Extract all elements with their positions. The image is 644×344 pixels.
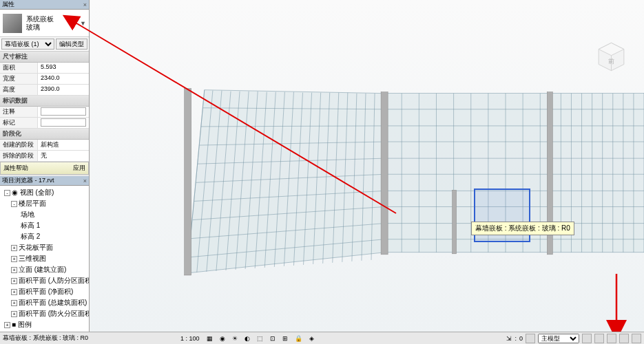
tree-ceiling[interactable]: +天花板平面 [1,242,87,253]
svg-rect-61 [453,190,457,253]
shadow-icon[interactable]: ◐ [242,334,253,343]
building-model [90,0,644,332]
help-link[interactable]: 属性帮助 [3,164,28,173]
tree-level1[interactable]: 标高 1 [1,220,87,231]
tree-root[interactable]: -◉ 视图 (全部) [1,187,87,198]
tree-level2[interactable]: 标高 2 [1,231,87,242]
chevron-down-icon[interactable]: ▼ [80,20,86,27]
tree-area3[interactable]: +面积平面 (总建筑面积) [1,297,87,308]
svg-rect-59 [185,89,191,275]
apply-button[interactable]: 应用 [73,164,85,173]
status-left-text: 幕墙嵌板 : 系统嵌板 : 玻璃 : R0 [3,334,88,343]
prop-phase-demolished: 拆除的阶段无 [0,151,89,162]
selection-tooltip: 幕墙嵌板 : 系统嵌板 : 玻璃 : R0 [471,222,574,235]
browser-header: 项目浏览器 - 17.rvt × [0,176,89,186]
tree-3d[interactable]: +三维视图 [1,253,87,264]
tree-elevation[interactable]: +立面 (建筑立面) [1,264,87,275]
cat-identity[interactable]: 标识数据 [0,96,89,107]
instance-select[interactable]: 幕墙嵌板 (1) [1,39,54,50]
comment-input[interactable] [41,107,86,116]
type-row: 幕墙嵌板 (1) 编辑类型 [0,37,89,52]
viewcube-front: 前 [608,58,614,65]
close-icon[interactable]: × [83,178,87,184]
cat-phasing[interactable]: 阶段化 [0,129,89,140]
right-controls: ⇲ : 0 主模型 [506,334,641,343]
tool-icon-5[interactable] [632,334,641,343]
tree-area4[interactable]: +面积平面 (防火分区面积) [1,308,87,319]
status-bar: 幕墙嵌板 : 系统嵌板 : 玻璃 : R0 1 : 100 ▦ ◉ ☀ ◐ ⬚ … [0,332,644,344]
mark-input[interactable] [41,118,86,127]
close-icon[interactable]: × [83,1,87,8]
crop-show-icon[interactable]: ⊞ [280,334,291,343]
model-select[interactable]: 主模型 [538,334,579,343]
sun-icon[interactable]: ☀ [229,334,240,343]
detail-icon[interactable]: ▦ [204,334,216,343]
family-labels: 系统嵌板 玻璃 [26,15,54,32]
push-value: 0 [519,335,523,342]
prop-width: 宽度2340.0 [0,74,89,85]
left-panel: 属性 × 系统嵌板 玻璃 ▼ 幕墙嵌板 (1) 编辑类型 尺寸标注 面积5.59… [0,0,90,332]
tree-area2[interactable]: +面积平面 (净面积) [1,286,87,297]
tree-area1[interactable]: +面积平面 (人防分区面积) [1,275,87,286]
family-name: 系统嵌板 [26,15,54,23]
prop-comment: 注释 [0,107,89,118]
panel-type-icon [3,14,22,33]
prop-phase-created: 创建的阶段新构造 [0,140,89,151]
tree-site[interactable]: 场地 [1,209,87,220]
prop-height: 高度2390.0 [0,85,89,96]
tool-icon-1[interactable] [582,334,592,343]
viewcube[interactable]: 前 [592,38,630,76]
project-tree[interactable]: -◉ 视图 (全部) -楼层平面 场地 标高 1 标高 2 +天花板平面 +三维… [0,186,89,344]
tree-floorplans[interactable]: -楼层平面 [1,198,87,209]
scale-label[interactable]: 1 : 100 [178,334,202,343]
tree-legends[interactable]: +■ 图例 [1,319,87,330]
prop-categories: 尺寸标注 面积5.593 宽度2340.0 高度2390.0 标识数据 注释 标… [0,52,89,162]
push-label: : [515,335,517,342]
family-type-selector[interactable]: 系统嵌板 玻璃 ▼ [0,10,89,37]
prop-area: 面积5.593 [0,63,89,74]
reveal-icon[interactable]: ◈ [307,334,317,343]
push-icon[interactable]: ⇲ [506,335,512,342]
help-row: 属性帮助 应用 [0,162,89,175]
tool-icon-3[interactable] [607,334,616,343]
prop-mark: 标记 [0,118,89,129]
lock-icon[interactable]: 🔒 [292,334,305,343]
crop-icon[interactable]: ⊡ [267,334,278,343]
render-icon[interactable]: ⬚ [254,334,266,343]
browser-title: 项目浏览器 - 17.rvt [2,176,54,185]
properties-header: 属性 × [0,0,89,10]
edit-type-button[interactable]: 编辑类型 [56,39,87,50]
visual-style-icon[interactable]: ◉ [217,334,228,343]
properties-title: 属性 [2,0,14,9]
family-type: 玻璃 [26,23,54,32]
tool-icon-4[interactable] [619,334,629,343]
svg-rect-60 [381,92,388,255]
cat-dimensions[interactable]: 尺寸标注 [0,52,89,63]
view-control-bar: 1 : 100 ▦ ◉ ☀ ◐ ⬚ ⊡ ⊞ 🔒 ◈ [178,334,317,343]
tool-icon-2[interactable] [594,334,604,343]
filter-icon[interactable] [526,334,535,343]
viewport-3d[interactable]: 幕墙嵌板 : 系统嵌板 : 玻璃 : R0 前 [90,0,644,332]
